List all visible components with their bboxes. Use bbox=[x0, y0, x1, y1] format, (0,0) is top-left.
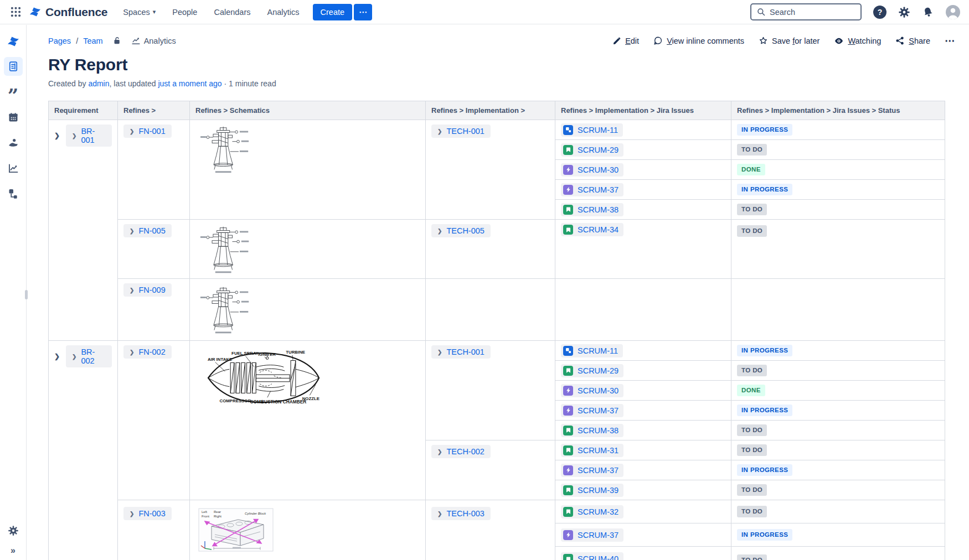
engine-label-right: Right bbox=[214, 515, 221, 518]
status-badge: IN PROGRESS bbox=[737, 405, 792, 416]
edit-button[interactable]: Edit bbox=[612, 37, 639, 45]
page-more-button[interactable]: ⋯ bbox=[945, 34, 956, 47]
rocket-schematic-image[interactable] bbox=[199, 126, 252, 174]
implementation-cell: ❯TECH-005 bbox=[426, 220, 555, 279]
primary-nav: Spaces ▾ People Calendars Analytics bbox=[123, 8, 299, 17]
jira-issue-pill[interactable]: SCRUM-38 bbox=[561, 203, 623, 216]
jira-issue-pill[interactable]: SCRUM-37 bbox=[561, 464, 623, 477]
sidebar-item-calendar[interactable] bbox=[4, 108, 23, 127]
jira-issue-pill[interactable]: SCRUM-31 bbox=[561, 444, 623, 457]
engine-label-rear: Rear bbox=[214, 510, 221, 514]
tech-pill[interactable]: ❯TECH-005 bbox=[431, 224, 491, 237]
expand-chevron-icon[interactable]: ❯ bbox=[54, 132, 60, 139]
chevron-right-icon: ❯ bbox=[437, 449, 442, 455]
engine-block-schematic-image[interactable]: Left Rear Front Right Cylinder Block bbox=[198, 508, 274, 552]
chevron-right-icon: ❯ bbox=[437, 349, 442, 355]
fn-pill[interactable]: ❯FN-003 bbox=[123, 507, 172, 520]
app-switcher-icon[interactable] bbox=[8, 4, 23, 20]
jet-label-air-intake: AIR INTAKE bbox=[208, 357, 232, 362]
breadcrumb-team[interactable]: Team bbox=[83, 37, 102, 45]
confluence-logo[interactable]: Confluence bbox=[29, 6, 107, 19]
sidebar-expand-icon[interactable]: » bbox=[11, 546, 16, 556]
nav-calendars[interactable]: Calendars bbox=[214, 8, 250, 17]
sidebar-settings-button[interactable] bbox=[4, 521, 23, 540]
sidebar-item-analytics[interactable] bbox=[4, 159, 23, 178]
jira-issue-pill[interactable]: SCRUM-11 bbox=[561, 123, 623, 137]
tech-pill[interactable]: ❯TECH-003 bbox=[431, 507, 491, 520]
jira-issue-pill[interactable]: SCRUM-11 bbox=[561, 344, 623, 357]
requirement-pill[interactable]: ❯BR-002 bbox=[66, 345, 112, 367]
watching-button[interactable]: Watching bbox=[834, 36, 881, 46]
rocket-schematic-image[interactable] bbox=[199, 225, 252, 275]
col-header-status: Refines > Implementation > Jira Issues >… bbox=[731, 101, 945, 120]
status-badge: DONE bbox=[737, 164, 765, 175]
jira-issue-pill[interactable]: SCRUM-37 bbox=[561, 528, 623, 542]
help-button[interactable]: ? bbox=[873, 6, 886, 19]
jira-issue-pill[interactable]: SCRUM-40 bbox=[561, 552, 623, 560]
tech-pill[interactable]: ❯TECH-001 bbox=[431, 345, 491, 359]
rocket-schematic-image[interactable] bbox=[199, 286, 252, 335]
jet-label-combustion-chamber: COMBUSTION CHAMBER bbox=[250, 399, 306, 405]
jira-story-icon bbox=[563, 426, 573, 435]
jira-issue-cell: SCRUM-37 bbox=[555, 523, 731, 547]
nav-people[interactable]: People bbox=[172, 8, 197, 17]
jet-engine-schematic-image[interactable]: AIR INTAKE FUEL SPRAY IGNITER TURBINE CO… bbox=[207, 348, 321, 405]
jira-issue-pill[interactable]: SCRUM-29 bbox=[561, 143, 623, 157]
status-cell: IN PROGRESS bbox=[731, 180, 945, 200]
nav-spaces[interactable]: Spaces ▾ bbox=[123, 8, 156, 17]
schematic-cell bbox=[190, 220, 426, 279]
tech-pill[interactable]: ❯TECH-001 bbox=[431, 125, 491, 138]
jira-issue-pill[interactable]: SCRUM-32 bbox=[561, 505, 623, 518]
nav-analytics[interactable]: Analytics bbox=[267, 8, 300, 17]
brand-wordmark: Confluence bbox=[45, 6, 107, 19]
table-row: ❯FN-009 bbox=[49, 279, 945, 341]
jira-issue-cell: SCRUM-38 bbox=[555, 421, 731, 440]
fn-pill[interactable]: ❯FN-009 bbox=[123, 283, 172, 297]
fn-pill[interactable]: ❯FN-001 bbox=[123, 125, 172, 138]
jira-issue-pill[interactable]: SCRUM-30 bbox=[561, 163, 623, 177]
jira-issue-cell: SCRUM-32 bbox=[555, 500, 731, 523]
search-box[interactable] bbox=[750, 3, 862, 20]
search-input[interactable] bbox=[770, 8, 847, 17]
share-button[interactable]: Share bbox=[895, 36, 930, 45]
expand-chevron-icon[interactable]: ❯ bbox=[54, 352, 60, 360]
gear-icon bbox=[8, 525, 19, 536]
save-for-later-button[interactable]: Save for later bbox=[759, 36, 819, 45]
view-inline-comments-button[interactable]: View inline comments bbox=[653, 36, 744, 45]
jira-issue-pill[interactable]: SCRUM-39 bbox=[561, 484, 623, 497]
sidebar-resize-handle[interactable] bbox=[25, 290, 28, 299]
settings-button[interactable] bbox=[898, 6, 910, 18]
page-byline: Created by admin, last updated just a mo… bbox=[48, 79, 956, 88]
jira-issue-cell: SCRUM-30 bbox=[555, 381, 731, 401]
jira-issue-pill[interactable]: SCRUM-38 bbox=[561, 424, 623, 437]
jira-issue-pill[interactable]: SCRUM-37 bbox=[561, 404, 623, 417]
sidebar-item-page-tree[interactable] bbox=[4, 184, 23, 203]
status-badge: TO DO bbox=[737, 444, 767, 456]
jira-issue-pill[interactable]: SCRUM-29 bbox=[561, 364, 623, 377]
gear-icon bbox=[898, 6, 910, 18]
breadcrumb-pages[interactable]: Pages bbox=[48, 37, 71, 45]
eye-icon bbox=[834, 36, 844, 46]
tech-pill[interactable]: ❯TECH-002 bbox=[431, 445, 491, 458]
user-avatar[interactable] bbox=[946, 5, 960, 19]
jira-issue-pill[interactable]: SCRUM-37 bbox=[561, 183, 623, 196]
sidebar-item-blog[interactable]: ” bbox=[4, 82, 23, 101]
jira-epic-icon bbox=[563, 185, 573, 195]
requirement-pill[interactable]: ❯BR-001 bbox=[66, 125, 112, 147]
create-button[interactable]: Create bbox=[313, 4, 353, 20]
author-link[interactable]: admin bbox=[88, 79, 109, 88]
create-more-button[interactable]: ⋯ bbox=[354, 4, 372, 20]
notifications-button[interactable] bbox=[922, 6, 934, 18]
fn-pill[interactable]: ❯FN-005 bbox=[123, 224, 172, 237]
sidebar-item-space-activity[interactable] bbox=[4, 133, 23, 152]
status-cell: TO DO bbox=[731, 500, 945, 523]
restrictions-button[interactable] bbox=[112, 36, 122, 45]
fn-pill[interactable]: ❯FN-002 bbox=[123, 345, 172, 359]
page-analytics-button[interactable]: Analytics bbox=[131, 36, 176, 45]
sidebar-item-pages[interactable] bbox=[4, 57, 23, 76]
jira-issue-cell: SCRUM-37 bbox=[555, 401, 731, 421]
last-updated-link[interactable]: just a moment ago bbox=[158, 79, 221, 88]
space-logo[interactable] bbox=[7, 35, 20, 50]
jira-issue-pill[interactable]: SCRUM-34 bbox=[561, 223, 623, 236]
jira-issue-pill[interactable]: SCRUM-30 bbox=[561, 384, 623, 397]
